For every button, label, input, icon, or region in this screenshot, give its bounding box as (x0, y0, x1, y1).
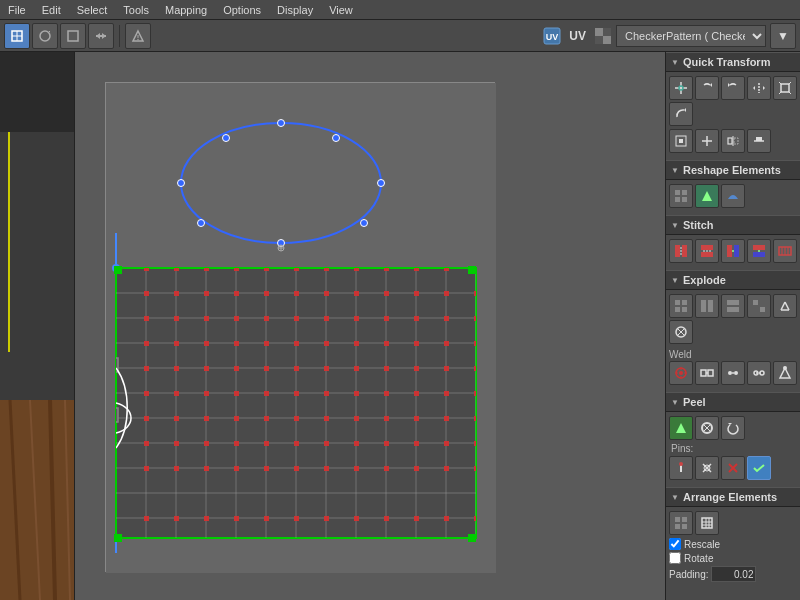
qt-fit-btn[interactable] (695, 129, 719, 153)
uv-icon: UV (543, 27, 561, 45)
peel-btn-3[interactable] (721, 416, 745, 440)
toolbar-btn-5[interactable] (125, 23, 151, 49)
stitch-btn-3[interactable] (721, 239, 745, 263)
explode-tool-row (669, 294, 797, 344)
menu-bar: File Edit Select Tools Mapping Options D… (0, 0, 800, 20)
toolbar-btn-2[interactable] (32, 23, 58, 49)
qt-mirror-btn[interactable] (721, 129, 745, 153)
left-preview (0, 400, 75, 600)
svg-rect-226 (701, 252, 713, 257)
svg-rect-161 (294, 466, 299, 471)
svg-point-24 (278, 120, 285, 127)
explode-btn-4[interactable] (747, 294, 771, 318)
explode-btn-5[interactable] (773, 294, 797, 318)
padding-input[interactable] (711, 566, 756, 582)
svg-rect-286 (682, 524, 687, 529)
svg-rect-157 (174, 466, 179, 471)
rescale-checkbox[interactable] (669, 538, 681, 550)
svg-rect-169 (174, 516, 179, 521)
svg-rect-207 (679, 139, 683, 143)
reshape-btn-2[interactable] (695, 184, 719, 208)
toolbar-btn-1[interactable] (4, 23, 30, 49)
qt-align-btn[interactable] (747, 129, 771, 153)
right-panel: ▼ Quick Transform (665, 52, 800, 600)
reshape-title: Reshape Elements (683, 164, 781, 176)
svg-rect-110 (204, 366, 209, 371)
svg-rect-242 (675, 307, 680, 312)
reshape-header[interactable]: ▼ Reshape Elements (666, 160, 800, 180)
svg-rect-165 (414, 466, 419, 471)
rescale-label: Rescale (684, 539, 720, 550)
svg-text:UV: UV (546, 32, 559, 42)
stitch-btn-2[interactable] (695, 239, 719, 263)
svg-rect-104 (384, 341, 389, 346)
qt-flip-h-btn[interactable] (747, 76, 771, 100)
pins-label: Pins: (669, 443, 797, 454)
stitch-header[interactable]: ▼ Stitch (666, 215, 800, 235)
pin-btn-3[interactable] (721, 456, 745, 480)
weld-btn-2[interactable] (695, 361, 719, 385)
svg-rect-98 (204, 341, 209, 346)
toolbar-btn-3[interactable] (60, 23, 86, 49)
svg-rect-168 (144, 516, 149, 521)
svg-rect-191 (468, 534, 476, 542)
svg-rect-248 (753, 300, 758, 305)
menu-display[interactable]: Display (269, 2, 321, 18)
stitch-btn-4[interactable] (747, 239, 771, 263)
weld-btn-4[interactable] (747, 361, 771, 385)
svg-point-27 (178, 180, 185, 187)
reshape-btn-1[interactable] (669, 184, 693, 208)
menu-edit[interactable]: Edit (34, 2, 69, 18)
explode-btn-1[interactable] (669, 294, 693, 318)
menu-mapping[interactable]: Mapping (157, 2, 215, 18)
arrange-btn-2[interactable] (695, 511, 719, 535)
qt-rotate2-btn[interactable] (669, 102, 693, 126)
explode-btn-6[interactable] (669, 320, 693, 344)
menu-file[interactable]: File (0, 2, 34, 18)
pin-btn-4[interactable] (747, 456, 771, 480)
svg-rect-149 (294, 441, 299, 446)
weld-btn-3[interactable] (721, 361, 745, 385)
quick-transform-header[interactable]: ▼ Quick Transform (666, 52, 800, 72)
menu-options[interactable]: Options (215, 2, 269, 18)
svg-rect-285 (675, 524, 680, 529)
arrange-header[interactable]: ▼ Arrange Elements (666, 487, 800, 507)
menu-view[interactable]: View (321, 2, 361, 18)
uv-viewport[interactable] (75, 52, 665, 600)
qt-move-btn[interactable] (669, 76, 693, 100)
stitch-btn-1[interactable] (669, 239, 693, 263)
menu-tools[interactable]: Tools (115, 2, 157, 18)
svg-rect-111 (234, 366, 239, 371)
svg-rect-122 (204, 391, 209, 396)
qt-scale-btn[interactable] (773, 76, 797, 100)
svg-rect-142 (444, 416, 449, 421)
weld-target-btn[interactable] (669, 361, 693, 385)
qt-rotate-left-btn[interactable] (695, 76, 719, 100)
svg-rect-216 (682, 190, 687, 195)
explode-header[interactable]: ▼ Explode (666, 270, 800, 290)
svg-rect-4 (68, 31, 78, 41)
peel-btn-1[interactable] (669, 416, 693, 440)
checker-dropdown[interactable]: CheckerPattern ( Checker ) (616, 25, 766, 47)
weld-btn-5[interactable] (773, 361, 797, 385)
svg-rect-162 (324, 466, 329, 471)
qt-center-btn[interactable] (669, 129, 693, 153)
reshape-btn-3[interactable] (721, 184, 745, 208)
svg-rect-79 (354, 291, 359, 296)
arrange-btn-1[interactable] (669, 511, 693, 535)
explode-btn-3[interactable] (721, 294, 745, 318)
toolbar-btn-4[interactable] (88, 23, 114, 49)
peel-btn-2[interactable] (695, 416, 719, 440)
svg-rect-172 (264, 516, 269, 521)
qt-rotate-right-btn[interactable] (721, 76, 745, 100)
menu-select[interactable]: Select (69, 2, 116, 18)
pin-btn-1[interactable] (669, 456, 693, 480)
qt-tool-row-1 (669, 76, 797, 126)
stitch-btn-5[interactable] (773, 239, 797, 263)
explode-btn-2[interactable] (695, 294, 719, 318)
svg-rect-245 (708, 300, 713, 312)
pin-btn-2[interactable] (695, 456, 719, 480)
peel-header[interactable]: ▼ Peel (666, 392, 800, 412)
checker-arrow[interactable]: ▼ (770, 23, 796, 49)
rotate-checkbox[interactable] (669, 552, 681, 564)
